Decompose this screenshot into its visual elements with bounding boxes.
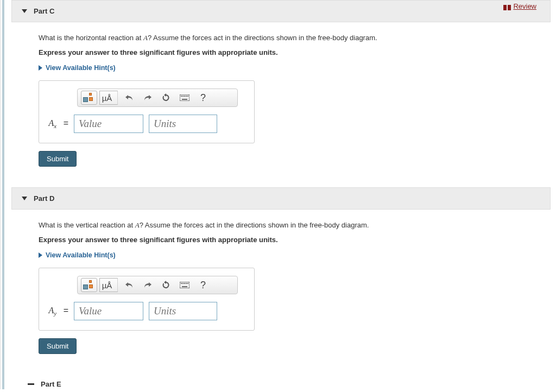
undo-button[interactable] — [121, 278, 137, 292]
svg-rect-4 — [182, 96, 184, 97]
view-hints-label: View Available Hint(s) — [46, 64, 116, 72]
undo-icon — [125, 281, 134, 289]
svg-rect-10 — [181, 283, 182, 284]
part-d-question: What is the vertical reaction at A? Assu… — [39, 220, 541, 230]
svg-rect-15 — [182, 286, 187, 287]
svg-rect-5 — [184, 96, 185, 97]
chevron-down-icon — [22, 9, 27, 13]
undo-icon — [125, 94, 134, 102]
review-link[interactable]: Review — [503, 2, 536, 10]
mu-angstrom-icon: µÅ — [102, 93, 112, 103]
svg-rect-8 — [182, 99, 187, 100]
equation-toolbar: µÅ ? — [77, 88, 238, 107]
part-c-title: Part C — [34, 7, 54, 15]
units-input[interactable] — [149, 302, 217, 320]
part-d-title: Part D — [34, 194, 54, 203]
svg-rect-2 — [180, 94, 189, 101]
value-input[interactable] — [74, 115, 143, 133]
part-c-answer-row: Ax = — [39, 111, 254, 143]
svg-rect-6 — [186, 96, 187, 97]
help-button[interactable]: ? — [195, 278, 211, 292]
part-c-question: What is the horizontal reaction at A? As… — [39, 33, 541, 43]
part-c-answer-card: µÅ ? — [39, 80, 255, 143]
reset-icon — [162, 281, 170, 289]
keyboard-button[interactable] — [176, 91, 193, 105]
help-icon: ? — [200, 92, 206, 104]
view-hints-link[interactable]: View Available Hint(s) — [39, 64, 116, 72]
review-link-label: Review — [513, 2, 536, 10]
part-d-answer-row: Ay = — [39, 299, 254, 330]
redo-icon — [143, 281, 152, 289]
chevron-right-icon — [39, 65, 42, 71]
redo-button[interactable] — [140, 278, 156, 292]
special-chars-button[interactable]: µÅ — [99, 91, 118, 105]
part-d-header[interactable]: Part D — [11, 187, 551, 210]
svg-rect-3 — [181, 96, 182, 97]
view-hints-label: View Available Hint(s) — [46, 251, 116, 259]
svg-rect-13 — [186, 283, 187, 284]
reset-button[interactable] — [158, 278, 174, 292]
collapse-icon — [28, 383, 34, 385]
keyboard-icon — [180, 94, 189, 101]
svg-rect-7 — [187, 96, 188, 97]
undo-button[interactable] — [121, 91, 137, 105]
templates-icon — [83, 280, 95, 290]
mu-angstrom-icon: µÅ — [102, 281, 112, 290]
svg-rect-12 — [184, 283, 185, 284]
keyboard-icon — [180, 282, 189, 288]
help-icon: ? — [200, 280, 206, 291]
part-d-answer-card: µÅ ? — [39, 268, 255, 331]
templates-icon — [83, 93, 95, 103]
svg-rect-0 — [503, 5, 507, 10]
part-d-body: What is the vertical reaction at A? Assu… — [11, 210, 551, 363]
part-c-body: What is the horizontal reaction at A? As… — [11, 22, 551, 175]
svg-rect-14 — [187, 283, 188, 284]
submit-button[interactable]: Submit — [39, 151, 77, 167]
redo-button[interactable] — [140, 91, 156, 105]
part-c-variable-label: Ax = — [47, 118, 68, 129]
part-e-header[interactable]: Part E — [11, 375, 556, 389]
svg-rect-1 — [508, 5, 511, 10]
reset-button[interactable] — [158, 91, 174, 105]
part-e-title: Part E — [41, 380, 61, 388]
chevron-down-icon — [22, 197, 27, 200]
value-input[interactable] — [74, 302, 143, 320]
reset-icon — [162, 93, 170, 102]
units-input[interactable] — [149, 115, 217, 133]
help-button[interactable]: ? — [195, 91, 211, 105]
part-c-instruction: Express your answer to three significant… — [39, 48, 541, 56]
chevron-right-icon — [39, 252, 42, 258]
part-c-header[interactable]: Part C — [11, 0, 551, 22]
book-icon — [503, 4, 511, 9]
svg-rect-11 — [182, 283, 184, 284]
left-accent-stripe — [2, 0, 4, 389]
redo-icon — [143, 94, 152, 102]
templates-button[interactable] — [81, 91, 97, 105]
equation-toolbar: µÅ ? — [77, 276, 238, 294]
special-chars-button[interactable]: µÅ — [99, 278, 118, 292]
part-d-instruction: Express your answer to three significant… — [39, 236, 541, 244]
svg-rect-9 — [180, 282, 189, 288]
part-d-variable-label: Ay = — [47, 306, 68, 317]
submit-button[interactable]: Submit — [39, 338, 77, 354]
templates-button[interactable] — [81, 278, 97, 292]
view-hints-link[interactable]: View Available Hint(s) — [39, 251, 116, 259]
keyboard-button[interactable] — [176, 278, 193, 292]
